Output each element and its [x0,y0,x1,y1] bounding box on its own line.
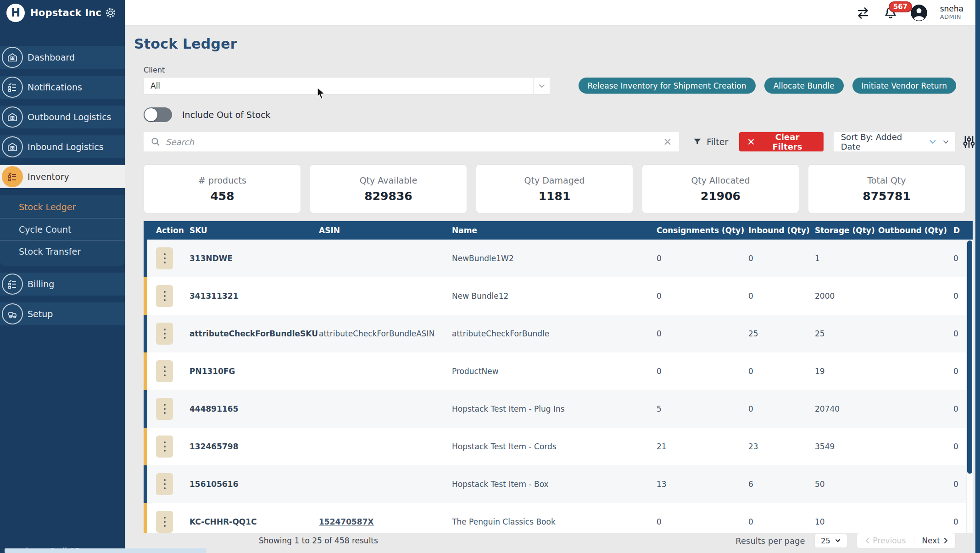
stat-label: Qty Allocated [691,175,750,185]
submenu-item-cycle-count[interactable]: Cycle Count [0,218,125,240]
initiate-vendor-return-button[interactable]: Initiate Vendor Return [852,78,956,94]
user-info[interactable]: sneha ADMIN [940,5,963,20]
cell-asin: attributeCheckForBundleASIN [319,329,434,338]
sidebar-item-label: Notifications [28,82,82,92]
cell-sku: 313NDWE [189,254,233,263]
cell-damaged: 0 [953,480,958,489]
swap-arrows-icon[interactable] [856,6,870,20]
cell-storage: 2000 [815,291,835,301]
search-input[interactable] [166,137,663,147]
row-actions-kebab-button[interactable] [156,360,173,382]
sidebar-header: H Hopstack Inc [0,0,125,26]
cell-storage: 20740 [815,404,840,413]
logo-letter: H [11,6,20,19]
table-row: 132465798 Hopstack Test Item - Cords 21 … [144,428,973,465]
hopstack-logo: H [6,4,25,22]
cell-consignments: 0 [657,329,662,338]
cell-name: The Penguin Classics Book [452,517,556,526]
clear-search-icon[interactable] [663,138,672,146]
allocate-bundle-button[interactable]: Allocate Bundle [764,78,844,94]
submenu-item-stock-transfer[interactable]: Stock Transfer [0,240,125,262]
release-inventory-button[interactable]: Release Inventory for Shipment Creation [579,78,756,94]
client-select[interactable]: All [144,77,550,95]
stat-card-qty-available: Qty Available 829836 [310,164,467,213]
next-page-button[interactable]: Next [914,536,955,545]
cell-consignments: 0 [657,254,662,263]
cell-name: ProductNew [452,367,499,376]
row-accent-bar [144,390,147,428]
settings-gear-icon[interactable] [105,7,117,19]
col-header-action: Action [156,226,184,235]
toggle-knob [145,108,157,121]
filter-button[interactable]: Filter [693,137,728,147]
table-row: PN1310FG ProductNew 0 0 19 0 [144,352,973,390]
column-settings-sliders-icon[interactable] [963,135,975,149]
row-actions-kebab-button[interactable] [156,473,173,495]
page-scrollbar[interactable] [975,0,980,553]
pagination-footer: Showing 1 to 25 of 458 results Results p… [259,528,956,553]
cell-damaged: 0 [953,367,958,376]
sidebar-item-label: Inventory [28,172,69,182]
table-row: 156105616 Hopstack Test Item - Box 13 6 … [144,465,973,503]
cell-name: New Bundle12 [452,291,508,301]
row-actions-kebab-button[interactable] [156,436,173,458]
stat-label: Total Qty [867,175,906,185]
include-out-of-stock-toggle[interactable] [144,107,172,122]
page-title: Stock Ledger [134,36,975,52]
page-size-value: 25 [821,536,830,545]
stat-value: 21906 [701,190,741,203]
warehouse-icon [2,47,23,68]
previous-label: Previous [873,536,906,545]
submenu-item-stock-ledger[interactable]: Stock Ledger [0,196,125,218]
stat-value: 829836 [364,190,412,203]
clear-filters-button[interactable]: Clear Filters [739,132,823,151]
row-actions-kebab-button[interactable] [156,247,173,269]
warehouse-icon [2,106,23,128]
stat-label: Qty Damaged [524,175,585,185]
row-actions-kebab-button[interactable] [156,323,173,345]
sidebar-item-inbound-logistics[interactable]: Inbound Logistics [0,135,125,158]
row-actions-kebab-button[interactable] [156,511,173,533]
table-row: 444891165 Hopstack Test Item - Plug Ins … [144,390,973,428]
cell-storage: 3549 [815,442,835,451]
submenu-item-label: Stock Ledger [19,202,76,212]
cell-sku: 156105616 [189,480,238,489]
page-size-select[interactable]: 25 [814,534,847,548]
sidebar-item-setup[interactable]: Setup [0,302,125,325]
stat-label: # products [198,175,246,185]
client-row: Client All Release Inventory for Shipmen… [144,66,975,95]
search-box [144,132,679,151]
asin-link[interactable]: 152470587X [319,517,374,526]
checklist-icon [2,166,23,187]
cell-inbound: 25 [748,329,758,338]
cell-consignments: 0 [657,517,662,526]
stat-value: 1181 [539,190,571,203]
table-scrollbar-thumb[interactable] [967,240,972,474]
sidebar-item-dashboard[interactable]: Dashboard [0,46,125,69]
sidebar-item-inventory[interactable]: Inventory [0,165,125,188]
cell-sku: PN1310FG [189,367,235,376]
pager: Previous Next [857,533,956,548]
header-actions: Release Inventory for Shipment Creation … [579,78,956,94]
user-avatar[interactable] [911,5,927,21]
funnel-icon [693,137,702,146]
sort-select[interactable]: Sort By: Added Date [834,132,955,151]
row-actions-kebab-button[interactable] [156,398,173,420]
sidebar-item-billing[interactable]: Billing [0,273,125,296]
stat-card-products: # products 458 [144,164,301,213]
row-actions-kebab-button[interactable] [156,285,173,307]
sidebar-item-label: Billing [28,279,54,289]
cell-sku: 341311321 [189,291,238,301]
notifications-bell[interactable]: 567 [883,6,898,20]
cell-sku: attributeCheckForBundleSKU [189,329,318,338]
previous-page-button[interactable]: Previous [857,536,914,545]
col-header-storage: Storage (Qty) [815,226,875,235]
user-role: ADMIN [940,14,963,21]
stats-row: # products 458 Qty Available 829836 Qty … [144,164,975,213]
sidebar-item-notifications[interactable]: Notifications [0,76,125,99]
app-root: H Hopstack Inc Dashboard [0,0,980,553]
row-accent-bar [144,315,147,352]
x-icon [747,138,755,145]
stat-card-qty-damaged: Qty Damaged 1181 [476,164,633,213]
sidebar-item-outbound-logistics[interactable]: Outbound Logistics [0,106,125,128]
